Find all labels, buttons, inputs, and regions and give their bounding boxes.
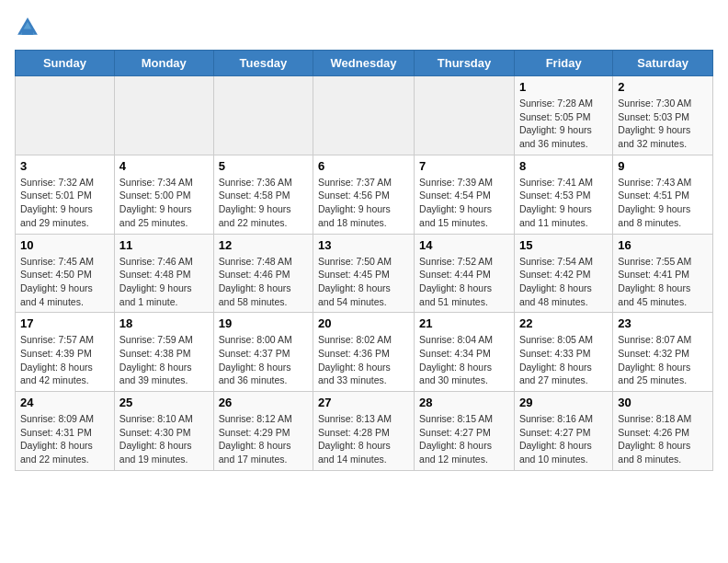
day-info: Sunrise: 7:52 AM Sunset: 4:44 PM Dayligh… xyxy=(419,255,509,309)
calendar-cell: 30Sunrise: 8:18 AM Sunset: 4:26 PM Dayli… xyxy=(613,392,713,471)
calendar-cell: 9Sunrise: 7:43 AM Sunset: 4:51 PM Daylig… xyxy=(613,155,713,234)
calendar-cell: 19Sunrise: 8:00 AM Sunset: 4:37 PM Dayli… xyxy=(213,313,313,392)
calendar-cell: 12Sunrise: 7:48 AM Sunset: 4:46 PM Dayli… xyxy=(213,234,313,313)
day-number: 30 xyxy=(618,396,708,409)
day-number: 11 xyxy=(119,238,209,252)
calendar-cell: 18Sunrise: 7:59 AM Sunset: 4:38 PM Dayli… xyxy=(114,313,213,392)
day-info: Sunrise: 8:09 AM Sunset: 4:31 PM Dayligh… xyxy=(20,412,109,466)
header xyxy=(15,15,713,40)
day-number: 17 xyxy=(20,316,109,330)
calendar-cell xyxy=(313,76,415,155)
calendar-cell: 11Sunrise: 7:46 AM Sunset: 4:48 PM Dayli… xyxy=(114,234,213,313)
day-number: 3 xyxy=(20,159,109,173)
day-number: 6 xyxy=(318,159,409,173)
day-number: 4 xyxy=(119,159,209,173)
day-number: 16 xyxy=(618,238,708,252)
day-number: 13 xyxy=(318,238,409,252)
day-info: Sunrise: 8:15 AM Sunset: 4:27 PM Dayligh… xyxy=(419,412,509,466)
calendar-cell: 15Sunrise: 7:54 AM Sunset: 4:42 PM Dayli… xyxy=(514,234,612,313)
calendar-cell xyxy=(415,76,515,155)
day-info: Sunrise: 8:04 AM Sunset: 4:34 PM Dayligh… xyxy=(419,333,509,387)
day-info: Sunrise: 8:12 AM Sunset: 4:29 PM Dayligh… xyxy=(219,412,308,466)
day-info: Sunrise: 8:10 AM Sunset: 4:30 PM Dayligh… xyxy=(119,412,209,466)
calendar-cell: 25Sunrise: 8:10 AM Sunset: 4:30 PM Dayli… xyxy=(114,392,213,471)
day-info: Sunrise: 7:55 AM Sunset: 4:41 PM Dayligh… xyxy=(618,255,708,309)
calendar-table: SundayMondayTuesdayWednesdayThursdayFrid… xyxy=(15,50,713,471)
calendar-cell: 10Sunrise: 7:45 AM Sunset: 4:50 PM Dayli… xyxy=(16,234,115,313)
calendar-week-row: 10Sunrise: 7:45 AM Sunset: 4:50 PM Dayli… xyxy=(16,234,713,313)
day-info: Sunrise: 8:05 AM Sunset: 4:33 PM Dayligh… xyxy=(519,333,608,387)
calendar-cell: 28Sunrise: 8:15 AM Sunset: 4:27 PM Dayli… xyxy=(415,392,515,471)
day-number: 18 xyxy=(119,316,209,330)
day-info: Sunrise: 8:16 AM Sunset: 4:27 PM Dayligh… xyxy=(519,412,608,466)
day-info: Sunrise: 7:37 AM Sunset: 4:56 PM Dayligh… xyxy=(318,176,409,230)
svg-rect-2 xyxy=(22,29,33,35)
day-info: Sunrise: 7:36 AM Sunset: 4:58 PM Dayligh… xyxy=(219,176,308,230)
calendar-cell: 23Sunrise: 8:07 AM Sunset: 4:32 PM Dayli… xyxy=(613,313,713,392)
calendar-header: SundayMondayTuesdayWednesdayThursdayFrid… xyxy=(16,51,713,76)
day-number: 26 xyxy=(219,396,308,409)
calendar-cell: 13Sunrise: 7:50 AM Sunset: 4:45 PM Dayli… xyxy=(313,234,415,313)
weekday-header: Wednesday xyxy=(313,51,415,76)
day-info: Sunrise: 7:46 AM Sunset: 4:48 PM Dayligh… xyxy=(119,255,209,309)
day-info: Sunrise: 8:18 AM Sunset: 4:26 PM Dayligh… xyxy=(618,412,708,466)
calendar-cell: 24Sunrise: 8:09 AM Sunset: 4:31 PM Dayli… xyxy=(16,392,115,471)
calendar-cell: 17Sunrise: 7:57 AM Sunset: 4:39 PM Dayli… xyxy=(16,313,115,392)
calendar-cell: 3Sunrise: 7:32 AM Sunset: 5:01 PM Daylig… xyxy=(16,155,115,234)
day-info: Sunrise: 7:28 AM Sunset: 5:05 PM Dayligh… xyxy=(519,97,608,151)
day-info: Sunrise: 7:43 AM Sunset: 4:51 PM Dayligh… xyxy=(618,176,708,230)
day-info: Sunrise: 7:34 AM Sunset: 5:00 PM Dayligh… xyxy=(119,176,209,230)
calendar-cell: 29Sunrise: 8:16 AM Sunset: 4:27 PM Dayli… xyxy=(514,392,612,471)
day-number: 24 xyxy=(20,396,109,409)
day-number: 27 xyxy=(318,396,409,409)
day-info: Sunrise: 7:50 AM Sunset: 4:45 PM Dayligh… xyxy=(318,255,409,309)
calendar-week-row: 1Sunrise: 7:28 AM Sunset: 5:05 PM Daylig… xyxy=(16,76,713,155)
day-number: 8 xyxy=(519,159,608,173)
day-info: Sunrise: 7:57 AM Sunset: 4:39 PM Dayligh… xyxy=(20,333,109,387)
day-number: 25 xyxy=(119,396,209,409)
calendar-cell: 14Sunrise: 7:52 AM Sunset: 4:44 PM Dayli… xyxy=(415,234,515,313)
calendar-cell: 6Sunrise: 7:37 AM Sunset: 4:56 PM Daylig… xyxy=(313,155,415,234)
day-number: 19 xyxy=(219,316,308,330)
weekday-header: Saturday xyxy=(613,51,713,76)
logo xyxy=(15,15,44,40)
weekday-header: Sunday xyxy=(16,51,115,76)
day-number: 23 xyxy=(618,316,708,330)
calendar-week-row: 3Sunrise: 7:32 AM Sunset: 5:01 PM Daylig… xyxy=(16,155,713,234)
day-info: Sunrise: 8:02 AM Sunset: 4:36 PM Dayligh… xyxy=(318,333,409,387)
calendar-cell xyxy=(16,76,115,155)
day-info: Sunrise: 7:39 AM Sunset: 4:54 PM Dayligh… xyxy=(419,176,509,230)
day-number: 20 xyxy=(318,316,409,330)
calendar-cell: 27Sunrise: 8:13 AM Sunset: 4:28 PM Dayli… xyxy=(313,392,415,471)
weekday-header: Thursday xyxy=(415,51,515,76)
weekday-header: Friday xyxy=(514,51,612,76)
calendar-week-row: 24Sunrise: 8:09 AM Sunset: 4:31 PM Dayli… xyxy=(16,392,713,471)
calendar-cell: 2Sunrise: 7:30 AM Sunset: 5:03 PM Daylig… xyxy=(613,76,713,155)
day-info: Sunrise: 8:00 AM Sunset: 4:37 PM Dayligh… xyxy=(219,333,308,387)
calendar-cell: 5Sunrise: 7:36 AM Sunset: 4:58 PM Daylig… xyxy=(213,155,313,234)
weekday-header: Tuesday xyxy=(213,51,313,76)
day-number: 2 xyxy=(618,80,708,94)
day-number: 5 xyxy=(219,159,308,173)
calendar-cell xyxy=(213,76,313,155)
calendar-cell: 8Sunrise: 7:41 AM Sunset: 4:53 PM Daylig… xyxy=(514,155,612,234)
weekday-header: Monday xyxy=(114,51,213,76)
day-number: 1 xyxy=(519,80,608,94)
day-number: 9 xyxy=(618,159,708,173)
day-info: Sunrise: 7:54 AM Sunset: 4:42 PM Dayligh… xyxy=(519,255,608,309)
calendar-cell xyxy=(114,76,213,155)
calendar-cell: 7Sunrise: 7:39 AM Sunset: 4:54 PM Daylig… xyxy=(415,155,515,234)
day-number: 14 xyxy=(419,238,509,252)
day-info: Sunrise: 8:07 AM Sunset: 4:32 PM Dayligh… xyxy=(618,333,708,387)
day-number: 7 xyxy=(419,159,509,173)
calendar-cell: 21Sunrise: 8:04 AM Sunset: 4:34 PM Dayli… xyxy=(415,313,515,392)
day-info: Sunrise: 8:13 AM Sunset: 4:28 PM Dayligh… xyxy=(318,412,409,466)
logo-icon xyxy=(15,15,40,40)
day-number: 29 xyxy=(519,396,608,409)
day-info: Sunrise: 7:30 AM Sunset: 5:03 PM Dayligh… xyxy=(618,97,708,151)
day-info: Sunrise: 7:32 AM Sunset: 5:01 PM Dayligh… xyxy=(20,176,109,230)
calendar-cell: 4Sunrise: 7:34 AM Sunset: 5:00 PM Daylig… xyxy=(114,155,213,234)
day-info: Sunrise: 7:41 AM Sunset: 4:53 PM Dayligh… xyxy=(519,176,608,230)
day-number: 22 xyxy=(519,316,608,330)
day-number: 21 xyxy=(419,316,509,330)
